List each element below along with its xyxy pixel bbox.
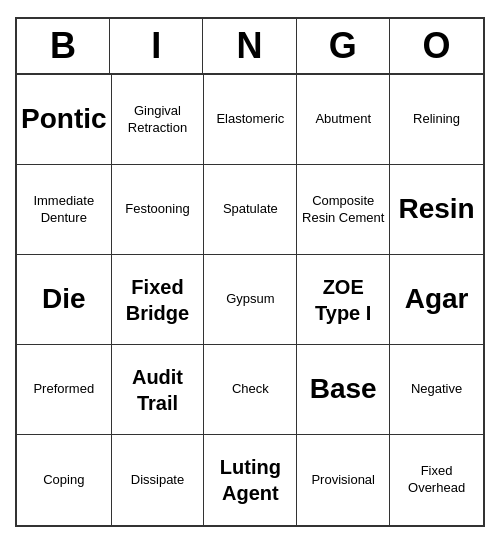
bingo-cell[interactable]: Provisional: [297, 435, 390, 525]
header-letter: G: [297, 19, 390, 73]
bingo-header: BINGO: [17, 19, 483, 75]
bingo-cell[interactable]: Gingival Retraction: [112, 75, 205, 165]
bingo-cell[interactable]: Resin: [390, 165, 483, 255]
bingo-cell[interactable]: Fixed Bridge: [112, 255, 205, 345]
bingo-cell[interactable]: Abutment: [297, 75, 390, 165]
bingo-cell[interactable]: Relining: [390, 75, 483, 165]
bingo-cell[interactable]: Audit Trail: [112, 345, 205, 435]
bingo-cell[interactable]: ZOE Type I: [297, 255, 390, 345]
header-letter: I: [110, 19, 203, 73]
bingo-cell[interactable]: Preformed: [17, 345, 112, 435]
bingo-cell[interactable]: Composite Resin Cement: [297, 165, 390, 255]
header-letter: O: [390, 19, 483, 73]
bingo-cell[interactable]: Agar: [390, 255, 483, 345]
bingo-cell[interactable]: Die: [17, 255, 112, 345]
bingo-cell[interactable]: Immediate Denture: [17, 165, 112, 255]
bingo-cell[interactable]: Fixed Overhead: [390, 435, 483, 525]
bingo-cell[interactable]: Spatulate: [204, 165, 297, 255]
bingo-cell[interactable]: Gypsum: [204, 255, 297, 345]
bingo-cell[interactable]: Negative: [390, 345, 483, 435]
bingo-cell[interactable]: Pontic: [17, 75, 112, 165]
bingo-cell[interactable]: Coping: [17, 435, 112, 525]
bingo-cell[interactable]: Luting Agent: [204, 435, 297, 525]
bingo-cell[interactable]: Base: [297, 345, 390, 435]
header-letter: N: [203, 19, 296, 73]
bingo-cell[interactable]: Dissipate: [112, 435, 205, 525]
bingo-cell[interactable]: Elastomeric: [204, 75, 297, 165]
bingo-grid: PonticGingival RetractionElastomericAbut…: [17, 75, 483, 525]
bingo-card: BINGO PonticGingival RetractionElastomer…: [15, 17, 485, 527]
bingo-cell[interactable]: Check: [204, 345, 297, 435]
header-letter: B: [17, 19, 110, 73]
bingo-cell[interactable]: Festooning: [112, 165, 205, 255]
